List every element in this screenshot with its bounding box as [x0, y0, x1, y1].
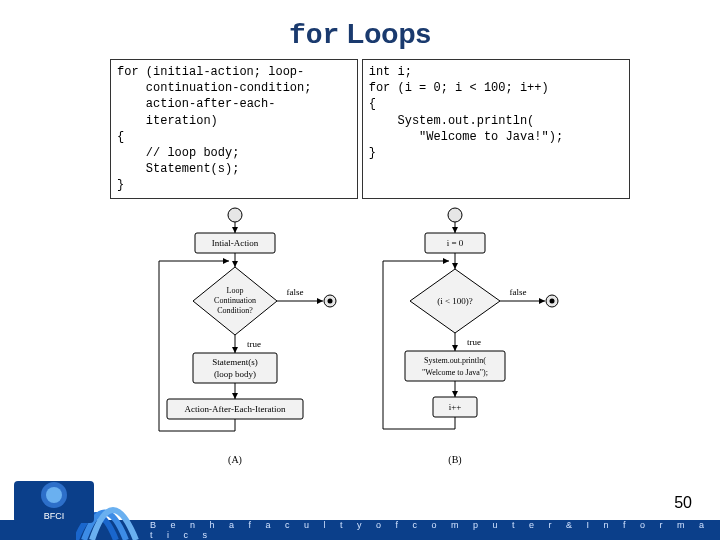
footer-badge: BFCI	[10, 474, 98, 530]
fc-a-label: (A)	[228, 454, 242, 466]
fc-a-after: Action-After-Each-Iteration	[185, 404, 286, 414]
flowchart-b: i = 0 (i < 100)? false true System.out.p…	[383, 208, 558, 466]
title-rest: Loops	[339, 18, 431, 49]
footer: B e n h a f a c u l t y o f c o m p u t …	[0, 504, 720, 540]
flowchart-diagram: Intial-Action Loop Continuation Conditio…	[135, 203, 585, 483]
code-example-box: int i; for (i = 0; i < 100; i++) { Syste…	[362, 59, 630, 199]
badge-text: BFCI	[44, 511, 65, 521]
fc-a-init: Intial-Action	[212, 238, 259, 248]
svg-point-12	[448, 208, 462, 222]
slide: for Loops for (initial-action; loop- con…	[0, 0, 720, 540]
fc-b-cond: (i < 100)?	[437, 296, 473, 306]
fc-a-true: true	[247, 339, 261, 349]
fc-b-init: i = 0	[447, 238, 464, 248]
code-row: for (initial-action; loop- continuation-…	[0, 59, 720, 199]
fc-a-body1: Statement(s)	[212, 357, 258, 367]
svg-point-19	[550, 298, 555, 303]
diagram-wrap: Intial-Action Loop Continuation Conditio…	[0, 199, 720, 483]
svg-point-0	[228, 208, 242, 222]
fc-b-label: (B)	[448, 454, 461, 466]
fc-b-body2: "Welcome to Java");	[422, 368, 488, 377]
svg-point-7	[328, 298, 333, 303]
fc-b-body1: System.out.println(	[424, 356, 486, 365]
fc-b-true: true	[467, 337, 481, 347]
fc-a-false: false	[287, 287, 304, 297]
svg-point-26	[46, 487, 62, 503]
fc-a-body2: (loop body)	[214, 369, 256, 379]
code-syntax-box: for (initial-action; loop- continuation-…	[110, 59, 358, 199]
footer-text: B e n h a f a c u l t y o f c o m p u t …	[150, 520, 720, 540]
fc-a-cond2: Continuation	[214, 296, 256, 305]
fc-b-after: i++	[449, 402, 462, 412]
fc-a-cond3: Condition?	[217, 306, 253, 315]
fc-a-cond1: Loop	[227, 286, 244, 295]
slide-title: for Loops	[0, 0, 720, 59]
flowchart-a: Intial-Action Loop Continuation Conditio…	[159, 208, 336, 466]
fc-b-false: false	[510, 287, 527, 297]
title-mono: for	[289, 20, 339, 51]
